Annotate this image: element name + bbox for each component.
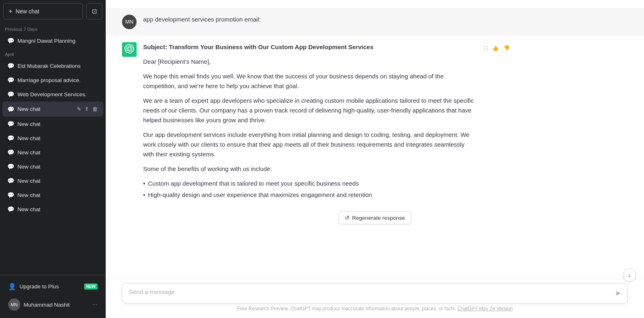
email-para1: We hope this email finds you well. We kn…	[143, 71, 476, 91]
chat-icon: 💬	[7, 37, 14, 44]
avatar: MN	[8, 299, 20, 311]
sidebar-grid-button[interactable]: ⊡	[86, 3, 102, 19]
main-content: MN app development services promotion em…	[106, 0, 644, 318]
sidebar-item-mangni[interactable]: 💬 Mangni Dawat Planning	[2, 34, 103, 48]
sidebar-item-text: Marriage proposal advice.	[17, 77, 98, 83]
sidebar-item-text: New chat	[17, 206, 98, 212]
svg-text:MN: MN	[11, 302, 17, 307]
gpt-logo-icon	[124, 44, 134, 56]
sidebar-item-chat6[interactable]: 💬 New chat	[2, 174, 103, 188]
user-message: MN app development services promotion em…	[106, 8, 644, 36]
regenerate-label: Regenerate response	[352, 215, 405, 221]
email-subject: Subject: Transform Your Business with Ou…	[143, 42, 476, 52]
message-input-box: ➤	[122, 283, 628, 303]
assistant-message-content: Subject: Transform Your Business with Ou…	[143, 42, 476, 201]
email-para3: Our app development services include eve…	[143, 130, 476, 159]
thumbs-down-icon: 👎	[503, 45, 510, 51]
regenerate-bar: ↺ Regenerate response	[106, 208, 644, 226]
email-benefits-list: Custom app development that is tailored …	[143, 179, 476, 200]
grid-icon: ⊡	[92, 8, 97, 15]
ellipsis-icon: ···	[92, 301, 98, 308]
footer-text: Free Research Preview. ChatGPT may produ…	[122, 303, 628, 312]
send-button[interactable]: ➤	[615, 289, 621, 298]
chevron-down-icon: ↓	[628, 272, 631, 278]
sidebar-item-text: New chat	[17, 164, 98, 170]
upgrade-button[interactable]: 👤 Upgrade to Plus NEW	[3, 279, 102, 294]
copy-button[interactable]: □	[483, 44, 488, 52]
sidebar-item-text: Eid Mubarak Celebrations	[17, 63, 98, 69]
chat-icon: 💬	[7, 63, 14, 69]
assistant-message: Subject: Transform Your Business with Ou…	[106, 36, 644, 208]
sidebar-item-marriage[interactable]: 💬 Marriage proposal advice.	[2, 73, 103, 87]
regenerate-icon: ↺	[345, 214, 350, 221]
sidebar-item-chat4[interactable]: 💬 New chat	[2, 145, 103, 159]
footer-disclaimer: Free Research Preview. ChatGPT may produ…	[237, 306, 456, 312]
chat-icon: 💬	[7, 77, 14, 83]
sidebar-item-chat3[interactable]: 💬 New chat	[2, 131, 103, 145]
chat-icon: 💬	[7, 149, 14, 156]
thumbs-down-button[interactable]: 👎	[503, 44, 511, 52]
sidebar-bottom: 👤 Upgrade to Plus NEW MN Muhammad Nashit…	[0, 275, 106, 318]
share-button[interactable]: ⇑	[84, 105, 90, 113]
message-input[interactable]	[129, 288, 615, 298]
user-message-text: app development services promotion email…	[143, 15, 476, 24]
email-benefits-intro: Some of the benefits of working with us …	[143, 164, 476, 174]
new-chat-label: New chat	[15, 8, 39, 15]
sidebar-item-chat7[interactable]: 💬 New chat	[2, 188, 103, 202]
sidebar-item-text: New chat	[17, 192, 98, 198]
sidebar-item-web[interactable]: 💬 Web Development Services.	[2, 87, 103, 101]
user-circle-icon: 👤	[8, 283, 16, 290]
user-name: Muhammad Nashit	[24, 302, 89, 308]
new-badge: NEW	[84, 283, 98, 290]
new-chat-button[interactable]: + New chat	[3, 3, 83, 19]
section-label-previous: Previous 7 Days	[0, 23, 106, 33]
sidebar-item-text: New chat	[17, 135, 98, 141]
message-actions: □ 👍 👎	[483, 42, 511, 52]
edit-button[interactable]: ✎	[76, 105, 82, 113]
sidebar-item-text: New chat	[17, 178, 98, 184]
email-para2: We are a team of expert app developers w…	[143, 96, 476, 125]
regenerate-button[interactable]: ↺ Regenerate response	[339, 211, 411, 224]
chat-icon: 💬	[7, 163, 14, 170]
thumbs-up-icon: 👍	[492, 45, 498, 51]
chat-icon: 💬	[7, 206, 14, 212]
gpt-avatar	[122, 42, 137, 57]
benefit-item-1: Custom app development that is tailored …	[143, 179, 476, 188]
sidebar-items: Previous 7 Days 💬 Mangni Dawat Planning …	[0, 23, 106, 275]
svg-text:MN: MN	[125, 19, 133, 25]
delete-button[interactable]: 🗑	[91, 105, 98, 113]
email-greeting: Dear [Recipient's Name],	[143, 57, 476, 67]
sidebar-item-chat8[interactable]: 💬 New chat	[2, 202, 103, 216]
chat-icon: 💬	[7, 91, 14, 97]
thumbs-up-button[interactable]: 👍	[491, 44, 499, 52]
sidebar-item-text: Web Development Services.	[17, 91, 98, 97]
sidebar-item-eid[interactable]: 💬 Eid Mubarak Celebrations	[2, 59, 103, 73]
plus-icon: +	[9, 8, 12, 15]
sidebar-item-text: New chat	[17, 149, 98, 156]
sidebar-item-text: New chat	[17, 121, 98, 127]
sidebar-top: + New chat ⊡	[0, 0, 106, 23]
user-row[interactable]: MN Muhammad Nashit ···	[3, 294, 102, 315]
send-icon: ➤	[615, 289, 621, 298]
chat-icon: 💬	[7, 106, 14, 112]
chat-icon: 💬	[7, 177, 14, 184]
sidebar-item-text: Mangni Dawat Planning	[17, 38, 98, 44]
sidebar-item-text: New chat	[17, 106, 73, 112]
sidebar: + New chat ⊡ Previous 7 Days 💬 Mangni Da…	[0, 0, 106, 318]
chat-icon: 💬	[7, 121, 14, 127]
user-avatar: MN	[122, 15, 137, 29]
chat-area: MN app development services promotion em…	[106, 0, 644, 279]
copy-icon: □	[484, 45, 487, 51]
footer-link[interactable]: ChatGPT May 24 Version	[457, 306, 513, 312]
sidebar-item-active-chat[interactable]: 💬 New chat ✎ ⇑ 🗑	[2, 102, 103, 117]
section-label-april: April	[0, 48, 106, 58]
chat-icon: 💬	[7, 192, 14, 198]
upgrade-label: Upgrade to Plus	[20, 283, 59, 290]
benefit-item-2: High-quality design and user experience …	[143, 190, 476, 200]
scroll-to-bottom-button[interactable]: ↓	[623, 268, 636, 281]
sidebar-item-chat5[interactable]: 💬 New chat	[2, 160, 103, 173]
user-message-content: app development services promotion email…	[143, 15, 476, 29]
sidebar-item-chat2[interactable]: 💬 New chat	[2, 117, 103, 131]
chat-icon: 💬	[7, 135, 14, 141]
item-actions: ✎ ⇑ 🗑	[76, 105, 98, 113]
